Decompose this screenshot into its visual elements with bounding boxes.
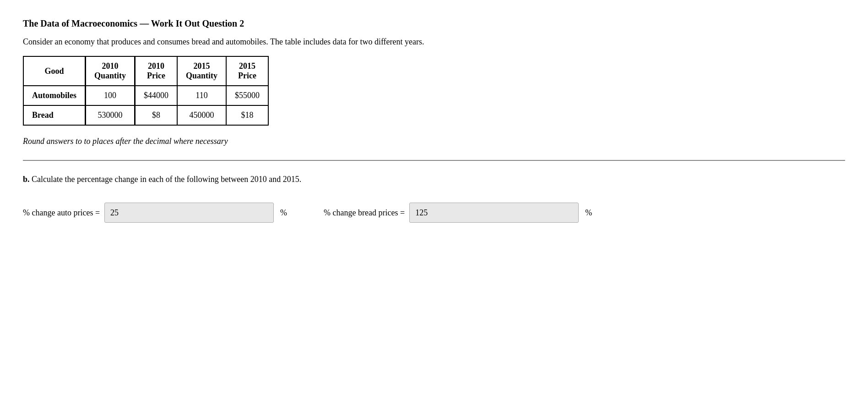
section-b-text: Calculate the percentage change in each …: [30, 175, 302, 184]
auto-prices-input[interactable]: [104, 203, 274, 223]
col-header-2015-quantity: 2015Quantity: [177, 56, 226, 86]
col-header-good: Good: [23, 56, 86, 86]
page-title: The Data of Macroeconomics — Work It Out…: [23, 18, 845, 29]
col-header-2015-price: 2015Price: [226, 56, 268, 86]
bread-prices-percent: %: [585, 208, 592, 218]
auto-prices-group: % change auto prices = %: [23, 203, 287, 223]
row-bread-good: Bread: [23, 105, 86, 125]
row-bread-2010-price: $8: [135, 105, 178, 125]
inputs-row: % change auto prices = % % change bread …: [23, 203, 845, 223]
row-bread-2015-price: $18: [226, 105, 268, 125]
round-note: Round answers to to places after the dec…: [23, 137, 845, 146]
data-table: Good 2010Quantity 2010Price 2015Quantity…: [23, 56, 269, 126]
bread-prices-input[interactable]: [409, 203, 579, 223]
row-automobiles-good: Automobiles: [23, 86, 86, 105]
row-automobiles-2015-price: $55000: [226, 86, 268, 105]
auto-prices-label: % change auto prices =: [23, 208, 100, 218]
bread-prices-group: % change bread prices = %: [324, 203, 592, 223]
col-header-2010-quantity: 2010Quantity: [86, 56, 135, 86]
section-divider: [23, 160, 845, 161]
row-automobiles-2015-qty: 110: [177, 86, 226, 105]
table-row: Automobiles 100 $44000 110 $55000: [23, 86, 268, 105]
row-bread-2015-qty: 450000: [177, 105, 226, 125]
section-b-instruction: b. Calculate the percentage change in ea…: [23, 175, 845, 184]
table-row: Bread 530000 $8 450000 $18: [23, 105, 268, 125]
row-bread-2010-qty: 530000: [86, 105, 135, 125]
auto-prices-percent: %: [280, 208, 287, 218]
intro-text: Consider an economy that produces and co…: [23, 37, 845, 47]
row-automobiles-2010-qty: 100: [86, 86, 135, 105]
col-header-2010-price: 2010Price: [135, 56, 178, 86]
row-automobiles-2010-price: $44000: [135, 86, 178, 105]
section-b-bold: b.: [23, 175, 30, 184]
bread-prices-label: % change bread prices =: [324, 208, 405, 218]
